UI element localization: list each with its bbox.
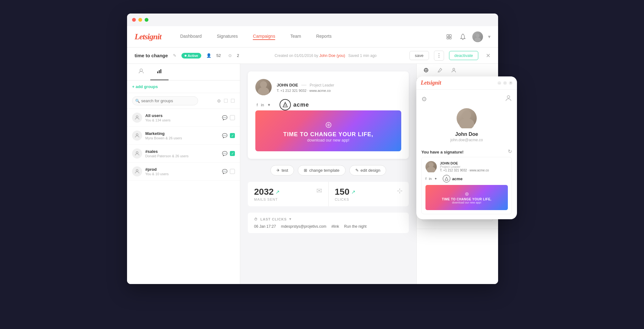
group-checkbox[interactable]: [230, 169, 235, 174]
svg-point-17: [284, 104, 286, 106]
svg-point-5: [476, 34, 480, 37]
sidebar: + add groups 🔍 ⚙ ☐ ☐: [127, 64, 240, 284]
message-icon[interactable]: 💬: [222, 115, 227, 120]
deactivate-button[interactable]: deactivate: [449, 51, 478, 60]
save-button[interactable]: save: [409, 51, 429, 60]
user-avatar-nav[interactable]: [472, 31, 483, 42]
phone-sig-label: You have a signature!: [421, 150, 464, 154]
edit-design-button[interactable]: ✎ edit design: [349, 165, 386, 176]
svg-point-14: [136, 170, 138, 171]
svg-point-27: [429, 162, 434, 167]
phone-window-buttons: — □ ✕: [497, 81, 513, 85]
group-sub: Donald Paterson & 26 users: [145, 154, 219, 158]
svg-point-16: [258, 87, 269, 95]
nav-signatures[interactable]: Signatures: [217, 34, 238, 40]
filter-icon[interactable]: ⚙: [217, 98, 221, 103]
phone-acme-logo: [443, 175, 450, 182]
cursor-icon: ⊹: [397, 187, 402, 195]
phone-minimize-btn[interactable]: —: [497, 81, 501, 85]
sig-label-row: You have a signature! ↻: [421, 146, 512, 157]
mails-stat-content: 2032 ↗ MAILS SENT: [254, 187, 280, 201]
list-item: #prod You & 10 users 💬: [127, 163, 240, 181]
pages-icon[interactable]: [445, 32, 453, 41]
message-icon[interactable]: 💬: [222, 133, 227, 138]
group-type-icon: [132, 113, 142, 123]
sig-avatar: [255, 79, 272, 95]
sig-header: JOHN DOE — Project Leader T. +1 212 321 …: [255, 79, 401, 95]
groups-count: 2: [237, 53, 239, 58]
phone-sig-name: JOHN DOE: [440, 161, 489, 165]
message-icon[interactable]: 💬: [222, 169, 227, 174]
close-traffic-light[interactable]: [132, 18, 136, 22]
title-bar: [127, 14, 498, 26]
group-list: All users You & 134 users 💬: [127, 109, 240, 284]
svg-point-6: [475, 37, 481, 42]
svg-point-11: [136, 116, 138, 118]
add-groups-button[interactable]: + add groups: [127, 81, 240, 93]
phone-mockup: Letsignit — □ ✕ ⚙ John Doe john.doe@acme…: [416, 76, 517, 219]
refresh-icon[interactable]: ↻: [508, 148, 512, 154]
svg-point-18: [425, 70, 427, 71]
mails-sent-stat: 2032 ↗ MAILS SENT ✉: [248, 182, 328, 206]
maximize-traffic-light[interactable]: [145, 18, 148, 22]
phone-user-email: john.doe@acme.co: [450, 138, 483, 142]
group-checkbox[interactable]: [230, 115, 235, 120]
sidebar-tab-stats[interactable]: [150, 64, 169, 80]
phone-gear-icon[interactable]: ⚙: [421, 95, 427, 103]
svg-point-15: [260, 81, 267, 88]
group-name: Marketing: [145, 131, 219, 136]
action-buttons: ✈ test ⊞ change template ✎ edit design: [248, 165, 409, 176]
chevron-down-last-icon[interactable]: ▾: [289, 217, 291, 221]
phone-linkedin-icon: in: [429, 177, 432, 181]
linkedin-icon[interactable]: in: [261, 103, 264, 107]
nav-team[interactable]: Team: [290, 34, 301, 40]
phone-twitter-icon: ✦: [434, 177, 437, 181]
bell-icon[interactable]: [458, 32, 467, 41]
minimize-traffic-light[interactable]: [138, 18, 142, 22]
group-checkbox[interactable]: ✓: [230, 151, 235, 156]
group-name: #sales: [145, 149, 219, 154]
test-button[interactable]: ✈ test: [270, 165, 294, 176]
twitter-icon[interactable]: ✦: [267, 103, 271, 107]
company-name: acme: [293, 102, 309, 108]
phone-maximize-btn[interactable]: □: [503, 81, 507, 85]
group-actions: 💬 ✓: [222, 133, 235, 138]
phone-acme-area: acme: [443, 175, 463, 182]
last-clicks-label: LAST CLICKS: [260, 217, 287, 221]
svg-rect-1: [449, 35, 451, 37]
sidebar-tab-users[interactable]: [132, 64, 150, 80]
phone-close-btn[interactable]: ✕: [509, 81, 513, 85]
select-all-icon[interactable]: ☐: [224, 98, 228, 104]
svg-point-23: [453, 68, 455, 70]
svg-rect-3: [449, 37, 451, 39]
svg-point-28: [427, 167, 436, 172]
search-wrap: 🔍: [132, 96, 214, 105]
last-clicks-section: ⏱ LAST CLICKS ▾ 06 Jan 17:27 mdesprstys@…: [248, 213, 409, 233]
nav-campaigns[interactable]: Campaigns: [253, 34, 275, 40]
search-input[interactable]: [132, 96, 198, 105]
created-by-link[interactable]: John Doe (you): [319, 53, 345, 58]
group-type-icon: [132, 166, 142, 176]
status-dot: [185, 55, 186, 57]
edit-icon[interactable]: ✎: [173, 53, 176, 58]
groups-icon: ⊙: [228, 53, 232, 58]
facebook-icon[interactable]: f: [257, 103, 258, 107]
more-options-button[interactable]: ⋮: [434, 51, 444, 61]
search-row: 🔍 ⚙ ☐ ☐: [127, 93, 240, 109]
clicks-stat: 150 ↗ CLICKS ⊹: [329, 182, 409, 206]
sig-info: JOHN DOE — Project Leader T. +1 212 321 …: [277, 82, 401, 92]
change-template-button[interactable]: ⊞ change template: [298, 165, 345, 176]
nav-dashboard[interactable]: Dashboard: [180, 34, 202, 40]
message-icon[interactable]: 💬: [222, 151, 227, 156]
phone-sig-title: Project Leader: [440, 165, 489, 169]
nav-reports[interactable]: Reports: [316, 34, 331, 40]
phone-titlebar: Letsignit — □ ✕: [416, 76, 517, 90]
close-campaign-button[interactable]: ✕: [486, 52, 491, 59]
chevron-down-icon[interactable]: ▾: [488, 34, 491, 40]
last-click-row: 06 Jan 17:27 mdesprstys@projetlvs.com #l…: [254, 224, 402, 229]
phone-user-icon[interactable]: [505, 95, 512, 103]
group-info: #prod You & 10 users: [145, 167, 219, 176]
deselect-all-icon[interactable]: ☐: [230, 98, 235, 104]
group-checkbox[interactable]: ✓: [230, 133, 235, 138]
svg-point-25: [462, 111, 471, 120]
